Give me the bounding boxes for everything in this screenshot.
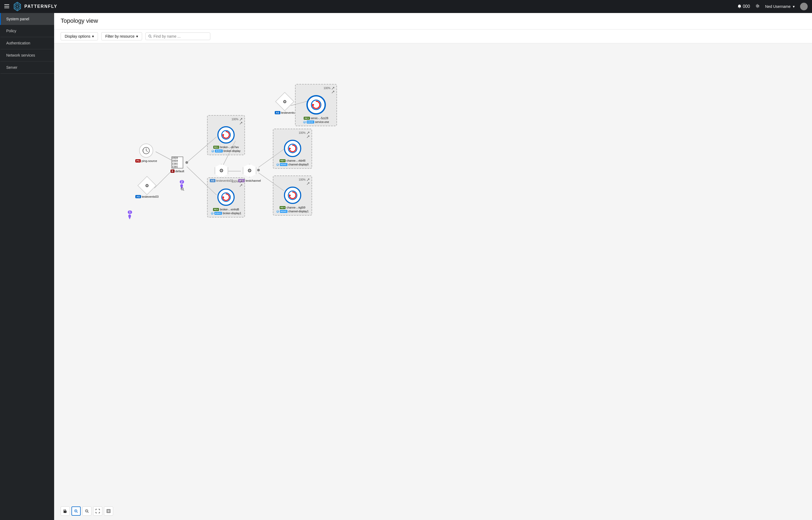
badge-as-03: AS — [135, 195, 141, 198]
zoom-in-button[interactable] — [72, 506, 81, 516]
menu-hamburger-icon[interactable] — [4, 4, 9, 9]
ksvc-icon-5 — [276, 210, 279, 213]
node-default[interactable]: IOIO IOIO IIOI IIOI B default — [170, 157, 184, 173]
service-icon-5zz28 — [306, 95, 326, 114]
svg-marker-39 — [289, 147, 291, 150]
sidebar-item-policy[interactable]: Policy — [0, 25, 54, 37]
service-icon-sb7wv — [217, 126, 235, 144]
external-link-icon-2 — [240, 122, 242, 125]
sidebar-item-server[interactable]: Server — [0, 61, 54, 74]
refresh-icon-2 — [221, 192, 231, 203]
refresh-icon — [221, 129, 231, 140]
main-content: Topology view Display options ▾ Filter b… — [54, 13, 812, 520]
settings-icon[interactable] — [755, 4, 760, 9]
user-dropdown-icon: ▾ — [793, 4, 795, 9]
label-ksvc-xmhd8: broker-display1 — [223, 212, 241, 215]
svg-point-8 — [757, 5, 758, 7]
svg-marker-30 — [223, 134, 224, 136]
service-box-servic-5zz28[interactable]: 100% REV se — [295, 84, 337, 126]
service-box-channe-kg5t9[interactable]: 100% REV ch — [273, 176, 312, 215]
label-ksvc-sb7wv: broker-display — [224, 150, 241, 153]
hand-icon — [63, 509, 67, 513]
svg-marker-42 — [289, 194, 291, 197]
logo: PATTERNFLY — [12, 2, 57, 11]
pin-marker-1: 1 — [128, 210, 132, 220]
label-testevents03: testevents03 — [142, 195, 159, 198]
service-icon-xmhd8 — [217, 188, 235, 206]
external-link-icon-3 — [240, 180, 242, 183]
svg-rect-51 — [107, 510, 110, 513]
page-title: Topology view — [61, 17, 806, 24]
node-testevents03[interactable]: ⚙ AS testevents03 — [135, 179, 159, 198]
external-link-icon-8 — [307, 135, 309, 138]
badge-rev-xmhd8: REV — [213, 208, 219, 211]
fit-icon — [95, 509, 100, 513]
ksvc-icon-2 — [211, 212, 214, 215]
display-options-label: Display options — [65, 34, 90, 38]
badge-rev-sb7wv: REV — [213, 146, 219, 149]
badge-rev-kg5t9: REV — [280, 206, 285, 209]
sidebar-item-system-panel[interactable]: System panel — [0, 13, 54, 25]
user-menu[interactable]: Ned Username ▾ — [765, 4, 795, 9]
filter-by-resource-button[interactable]: Filter by resource ▾ — [101, 32, 142, 41]
badge-ps: PS — [135, 159, 141, 162]
external-link-icon — [240, 118, 242, 121]
app-body: System panel Policy Authentication Netwo… — [0, 13, 812, 520]
ksvc-icon-4 — [276, 163, 279, 166]
zoom-in-icon — [74, 509, 78, 513]
fit-view-button[interactable] — [93, 506, 102, 516]
percent-rkb48: 100% — [299, 131, 306, 134]
ksvc-icon — [212, 150, 214, 153]
svg-rect-2 — [4, 7, 9, 8]
service-box-broker-sb7wv[interactable]: 100% REV br — [207, 115, 245, 155]
pin-icon — [128, 214, 132, 219]
badge-as-events: AS — [275, 111, 280, 114]
percent-sb7wv: 100% — [231, 118, 239, 121]
header-right: 000 Ned Username ▾ — [737, 3, 808, 10]
label-rev-sb7wv: broker-..-sb7wv — [220, 146, 239, 149]
external-link-icon-4 — [240, 184, 242, 187]
label-ping-source: ping-source — [142, 159, 157, 162]
sidebar-item-authentication[interactable]: Authentication — [0, 37, 54, 49]
label-rev-kg5t9: channe-..-kg5t9 — [286, 206, 305, 209]
fullscreen-button[interactable] — [104, 506, 113, 516]
find-by-name-search[interactable] — [145, 32, 210, 40]
svg-marker-36 — [312, 104, 314, 106]
node-ping-source[interactable]: PS ping-source — [135, 144, 157, 162]
label-ksvc-5zz28: service-one — [315, 121, 329, 124]
notifications-button[interactable]: 000 — [737, 4, 750, 9]
node-testevents[interactable]: ⚙ AS testevents — [275, 95, 295, 114]
header: PATTERNFLY 000 Ned Username ▾ — [0, 0, 812, 13]
find-by-name-input[interactable] — [153, 34, 207, 38]
zoom-out-button[interactable] — [82, 506, 91, 516]
avatar[interactable] — [800, 3, 808, 10]
svg-rect-1 — [4, 6, 9, 6]
display-options-dropdown-icon: ▾ — [92, 34, 94, 38]
filter-dropdown-icon: ▾ — [136, 34, 138, 38]
search-icon — [148, 34, 152, 38]
badge-ksvc-rkb48: KSVC — [280, 163, 287, 166]
toolbar: Display options ▾ Filter by resource ▾ — [54, 29, 812, 43]
svg-rect-0 — [4, 4, 9, 5]
patternfly-logo-icon — [12, 2, 22, 11]
label-ksvc-rkb48: channel-display0 — [288, 163, 309, 166]
pan-button[interactable] — [61, 506, 70, 516]
svg-line-10 — [151, 37, 151, 37]
service-box-channe-rkb48[interactable]: 100% REV ch — [273, 129, 312, 169]
svg-marker-33 — [223, 196, 224, 199]
badge-rev-rkb48: REV — [280, 159, 285, 162]
svg-rect-52 — [108, 510, 109, 512]
display-options-button[interactable]: Display options ▾ — [61, 32, 98, 41]
filter-by-resource-label: Filter by resource — [105, 34, 135, 38]
external-link-icon-10 — [307, 182, 309, 185]
label-default: default — [175, 170, 184, 173]
service-box-broker-xmhd8[interactable]: 100% REV br — [207, 177, 245, 217]
label-testevents: testevents — [281, 111, 295, 114]
refresh-icon-5 — [287, 190, 298, 201]
sidebar-item-network-services[interactable]: Network services — [0, 49, 54, 61]
refresh-icon-4 — [287, 143, 298, 154]
badge-ksvc-5zz28: KSVC — [307, 121, 314, 124]
label-rev-xmhd8: broker-..-xmhd8 — [220, 208, 239, 211]
sidebar: System panel Policy Authentication Netwo… — [0, 13, 54, 520]
bell-icon — [737, 4, 741, 9]
